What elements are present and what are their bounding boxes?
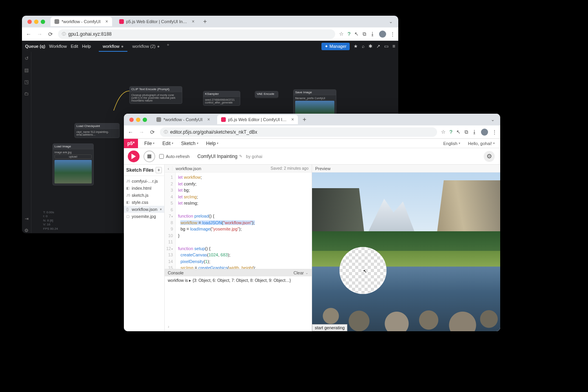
node-field[interactable]: seed 274884966443721 control_after_gener… — [203, 97, 240, 105]
address-bar[interactable]: ⓘ gpu1.gohai.xyz:8188 — [58, 29, 335, 39]
node-field[interactable]: ckpt_name 512-inpainting-ema.safetens… — [75, 129, 119, 138]
menu-workflow[interactable]: Workflow — [49, 44, 67, 49]
menu-file[interactable]: File▾ — [143, 140, 156, 147]
start-generating-button[interactable]: start generating — [312, 324, 347, 331]
tab-close-icon[interactable]: × — [291, 117, 294, 122]
node-field[interactable]: image ank.jpg — [54, 151, 92, 154]
collapse-files-icon[interactable]: ‹ — [165, 166, 172, 171]
browser-tab-active[interactable]: *workflow - ComfyUI × — [51, 17, 112, 26]
download-icon[interactable]: ⭳ — [472, 129, 477, 135]
menu-help[interactable]: Help▾ — [205, 140, 220, 147]
star-icon[interactable]: ☆ — [441, 129, 446, 135]
code-source[interactable]: let workflow;let comfy;let bg;let srcImg… — [176, 172, 303, 269]
user-menu[interactable]: Hello, gohai!▾ — [466, 140, 496, 147]
autorefresh-toggle[interactable]: Auto-refresh — [159, 154, 190, 159]
history-icon[interactable]: ↺ — [25, 56, 29, 61]
p5-logo[interactable]: p5* — [124, 139, 138, 148]
tabs-overflow-icon[interactable]: ⌄ — [387, 19, 395, 24]
node-field[interactable]: Closeup photograph of monty cone (until … — [130, 92, 182, 103]
file-item[interactable]: ◧index.html — [124, 185, 164, 192]
help-icon[interactable]: ? — [348, 31, 350, 37]
logout-icon[interactable]: ⇥ — [25, 216, 29, 221]
tab-close-icon[interactable]: × — [105, 19, 108, 24]
hamburger-icon[interactable]: ≡ — [392, 44, 395, 49]
site-info-icon[interactable]: ⓘ — [164, 129, 168, 135]
list-icon[interactable]: ▤ — [24, 67, 29, 73]
tabs-overflow-icon[interactable]: ⌄ — [488, 117, 497, 122]
address-bar[interactable]: ⓘ editor.p5js.org/gohai/sketches/x_nkT_d… — [160, 127, 437, 137]
close-icon[interactable] — [129, 118, 134, 122]
add-file-button[interactable]: + — [156, 167, 162, 173]
star-icon[interactable]: ★ — [354, 44, 358, 49]
menu-icon[interactable]: ⋮ — [492, 129, 497, 135]
minimize-icon[interactable] — [34, 20, 38, 24]
star-icon[interactable]: ☆ — [339, 31, 344, 37]
browser-tab[interactable]: p5.js Web Editor | ComfyUI In… × — [115, 17, 199, 26]
browser-tab[interactable]: *workflow - ComfyUI × — [152, 115, 214, 124]
console-collapse-icon[interactable]: ⌄ — [305, 271, 309, 275]
forward-button[interactable]: → — [138, 129, 145, 135]
extensions-icon[interactable]: ⧉ — [465, 129, 468, 135]
gear-icon[interactable]: ⚙ — [24, 228, 29, 233]
author-link[interactable]: gohai — [252, 154, 262, 159]
menu-sketch[interactable]: Sketch▾ — [180, 140, 200, 147]
stop-button[interactable] — [143, 151, 155, 162]
queue-button[interactable]: Queue (q) — [25, 44, 45, 49]
file-item[interactable]: {}workflow.json▾ — [124, 206, 164, 213]
profile-avatar[interactable] — [481, 129, 488, 136]
file-item[interactable]: JScomfyui-…r.js — [124, 178, 164, 185]
console-body[interactable]: workflow is ▸ {3: Object, 6: Object, 7: … — [165, 276, 312, 331]
language-selector[interactable]: English▾ — [442, 140, 462, 147]
menu-icon[interactable]: ⋮ — [390, 31, 395, 37]
close-icon[interactable] — [27, 20, 32, 24]
edit-icon[interactable]: ✎ — [239, 154, 242, 158]
binoculars-icon[interactable]: ⌕ — [362, 44, 365, 49]
extensions-icon[interactable]: ⧉ — [363, 31, 366, 37]
reload-button[interactable]: ⟳ — [149, 129, 156, 135]
doc-tab[interactable]: workflow (2)● — [128, 42, 163, 50]
back-button[interactable]: ← — [127, 129, 134, 135]
node-ksampler[interactable]: KSampler seed 274884966443721 control_af… — [203, 91, 240, 106]
play-button[interactable] — [128, 151, 140, 162]
preview-canvas[interactable]: ↖ start generating — [312, 172, 500, 331]
site-info-icon[interactable]: ⓘ — [62, 31, 66, 37]
new-tab-button[interactable]: + — [201, 18, 208, 25]
tab-close-icon[interactable]: × — [207, 117, 210, 122]
code-editor[interactable]: 123456789101112131415161718192021 let wo… — [165, 172, 312, 269]
reload-button[interactable]: ⟳ — [47, 31, 54, 37]
node-vae-encode[interactable]: VAE Encode — [255, 91, 278, 98]
profile-avatar[interactable] — [379, 31, 386, 38]
settings-button[interactable]: ⚙ — [484, 151, 495, 162]
doc-tab-active[interactable]: workflow● — [99, 42, 127, 50]
bug-icon[interactable]: ✱ — [368, 44, 372, 49]
menu-help[interactable]: Help — [82, 44, 91, 49]
file-item[interactable]: JSsketch.js — [124, 192, 164, 199]
file-menu-icon[interactable]: ▾ — [160, 207, 162, 211]
cursor-icon[interactable]: ↖ — [354, 31, 359, 37]
node-field[interactable]: filename_prefix ComfyUI — [295, 97, 334, 100]
forward-button[interactable]: → — [36, 31, 43, 37]
sketch-name[interactable]: ComfyUI Inpainting✎ — [198, 154, 242, 159]
menu-edit[interactable]: Edit▾ — [161, 140, 175, 147]
node-load-checkpoint[interactable]: Load Checkpoint ckpt_name 512-inpainting… — [74, 123, 120, 138]
browser-tab-active[interactable]: p5.js Web Editor | ComfyUI I… × — [217, 115, 298, 124]
download-icon[interactable]: ⭳ — [370, 31, 375, 37]
upload-button[interactable]: upload — [54, 154, 92, 159]
maximize-icon[interactable] — [143, 118, 147, 122]
back-button[interactable]: ← — [25, 31, 32, 37]
cursor-icon[interactable]: ↖ — [456, 129, 461, 135]
help-icon[interactable]: ? — [450, 129, 452, 135]
minimize-icon[interactable] — [136, 118, 140, 122]
node-clip-text-encode[interactable]: CLIP Text Encode (Prompt) Closeup photog… — [129, 86, 182, 104]
folder-icon[interactable]: 🗀 — [24, 91, 29, 96]
manager-button[interactable]: ✦Manager — [321, 43, 350, 50]
maximize-icon[interactable] — [41, 20, 45, 24]
box-icon[interactable]: ◳ — [24, 79, 29, 85]
file-item[interactable]: ▢yosemite.jpg — [124, 213, 164, 220]
tab-close-icon[interactable]: × — [192, 19, 194, 24]
node-load-image[interactable]: Load Image image ank.jpg upload — [53, 143, 94, 185]
file-item[interactable]: ◧style.css — [124, 199, 164, 206]
new-tab-button[interactable]: + — [301, 116, 308, 123]
console-clear-button[interactable]: Clear — [294, 270, 304, 275]
share-icon[interactable]: ↗ — [376, 44, 380, 49]
